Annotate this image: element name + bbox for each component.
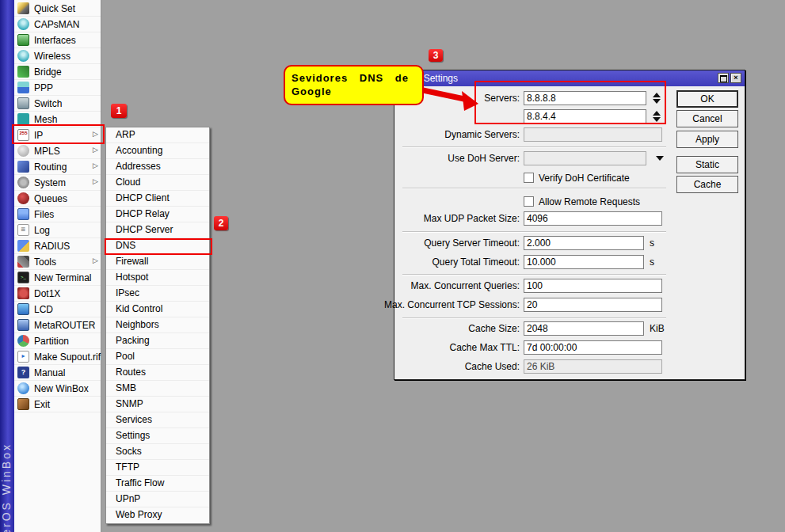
ip-submenu-item-label: DHCP Server — [116, 224, 173, 235]
close-window-icon[interactable]: × — [730, 73, 741, 83]
cache-size-unit: KiB — [650, 321, 665, 336]
sidebar-menu-item[interactable]: Switch — [14, 96, 101, 112]
ip-submenu-item[interactable]: Services — [106, 412, 209, 428]
sidebar-item-label: Quick Set — [34, 3, 75, 14]
ip-submenu-item-label: Traffic Flow — [116, 477, 164, 488]
max-udp-packet-size-input[interactable] — [524, 211, 662, 226]
queues-icon — [17, 192, 29, 204]
ip-submenu-item[interactable]: Pool — [106, 349, 209, 365]
ip-submenu-item[interactable]: Traffic Flow — [106, 476, 209, 492]
max-concurrent-tcp-sessions-label: Max. Concurrent TCP Sessions: — [363, 298, 520, 312]
ip-submenu-item[interactable]: Settings — [106, 428, 209, 444]
sidebar-menu-item[interactable]: New WinBox — [14, 381, 101, 397]
sidebar-menu-item[interactable]: Wireless — [14, 48, 101, 64]
query-server-timeout-label: Query Server Timeout: — [363, 236, 520, 250]
max-concurrent-tcp-sessions-input[interactable] — [524, 298, 662, 312]
sidebar-menu-item[interactable]: LCD — [14, 302, 101, 317]
restore-window-icon[interactable] — [718, 73, 729, 83]
sidebar-menu-item[interactable]: Interfaces — [14, 32, 101, 48]
ip-submenu-item-label: SNMP — [116, 398, 143, 409]
ok-button[interactable]: OK — [676, 90, 738, 108]
apply-button[interactable]: Apply — [676, 131, 738, 148]
ip-submenu-item[interactable]: Hotspot — [106, 270, 209, 286]
ip-submenu-item[interactable]: Accounting — [106, 143, 209, 159]
ip-submenu-item[interactable]: Web Proxy — [106, 507, 209, 523]
cache-button[interactable]: Cache — [676, 176, 738, 193]
verify-doh-certificate-label: Verify DoH Certificate — [539, 171, 630, 185]
max-concurrent-queries-input[interactable] — [524, 279, 662, 293]
sidebar-menu-item[interactable]: Files — [14, 207, 101, 222]
log-icon — [17, 224, 29, 236]
cancel-button[interactable]: Cancel — [676, 110, 738, 127]
ip-submenu-item[interactable]: Firewall — [106, 254, 209, 270]
sidebar-menu-item[interactable]: Bridge — [14, 64, 101, 80]
sidebar-menu-item[interactable]: Log — [14, 222, 101, 238]
ip-submenu-item-label: Routes — [116, 367, 146, 378]
cache-size-input[interactable] — [524, 321, 644, 336]
brand-vertical-text: RouterOS WinBox — [0, 443, 14, 532]
cache-max-ttl-input[interactable] — [524, 340, 662, 355]
ip-submenu-item-label: Accounting — [116, 145, 162, 156]
ip-submenu-item-label: DHCP Client — [116, 192, 170, 203]
sidebar-item-label: CAPsMAN — [34, 19, 79, 30]
ip-submenu-item[interactable]: UPnP — [106, 492, 209, 507]
sidebar-menu-item[interactable]: PPP — [14, 80, 101, 96]
ip-submenu-item[interactable]: SNMP — [106, 397, 209, 412]
sidebar-menu-item[interactable]: MetaROUTER — [14, 317, 101, 333]
doh-dropdown-caret-icon[interactable] — [656, 156, 664, 161]
ip-submenu-item[interactable]: Addresses — [106, 159, 209, 175]
sidebar-menu-item[interactable]: CAPsMAN — [14, 17, 101, 32]
submenu-chevron-icon: ▷ — [93, 146, 98, 154]
query-total-timeout-unit: s — [650, 255, 654, 269]
sidebar-menu-item[interactable]: Queues — [14, 191, 101, 207]
ip-submenu-item-label: Services — [116, 414, 152, 425]
allow-remote-requests-checkbox[interactable] — [524, 196, 534, 207]
sidebar-menu-item[interactable]: Tools ▷ — [14, 254, 101, 270]
sidebar-item-label: Mesh — [34, 114, 57, 125]
ip-submenu-item[interactable]: DHCP Client — [106, 191, 209, 207]
files-icon — [17, 208, 29, 220]
sidebar-menu-item[interactable]: System ▷ — [14, 175, 101, 191]
dot1x-icon — [17, 287, 29, 299]
verify-doh-certificate-checkbox[interactable] — [524, 173, 534, 183]
ip-submenu-item[interactable]: Packing — [106, 333, 209, 349]
wireless-icon — [17, 50, 29, 62]
ip-submenu-item[interactable]: SMB — [106, 381, 209, 397]
sidebar-item-label: New WinBox — [34, 383, 89, 394]
ip-submenu-item[interactable]: IPsec — [106, 286, 209, 302]
sidebar-menu-item[interactable]: New Terminal — [14, 270, 101, 286]
query-server-timeout-input[interactable] — [524, 236, 644, 250]
ip-submenu-item-label: Socks — [116, 446, 142, 457]
new-winbox-icon — [17, 382, 29, 394]
sidebar-menu-item[interactable]: Quick Set — [14, 1, 101, 17]
cache-used-value — [524, 359, 662, 374]
static-button[interactable]: Static — [676, 156, 738, 173]
ip-submenu-item[interactable]: DHCP Relay — [106, 207, 209, 222]
sidebar-menu-item[interactable]: Exit — [14, 397, 101, 412]
ip-submenu-item[interactable]: ARP — [106, 127, 209, 143]
query-total-timeout-input[interactable] — [524, 255, 644, 269]
highlight-box-dns — [105, 238, 212, 255]
sidebar-menu-item[interactable]: RADIUS — [14, 238, 101, 254]
ip-submenu-item-label: TFTP — [116, 462, 139, 473]
ip-submenu-item-label: SMB — [116, 382, 136, 393]
sidebar-menu-item[interactable]: MPLS ▷ — [14, 143, 101, 159]
highlight-box-ip — [12, 124, 105, 144]
ip-submenu-item[interactable]: Kid Control — [106, 302, 209, 317]
sidebar-menu-item[interactable]: Manual — [14, 365, 101, 381]
cache-size-label: Cache Size: — [363, 321, 520, 336]
sidebar-item-label: Dot1X — [34, 288, 60, 299]
ip-submenu-item[interactable]: TFTP — [106, 460, 209, 476]
sidebar-menu-item[interactable]: Dot1X — [14, 286, 101, 302]
ip-submenu-item[interactable]: DHCP Server — [106, 222, 209, 238]
ip-submenu-item[interactable]: Neighbors — [106, 317, 209, 333]
ip-submenu-item[interactable]: Routes — [106, 365, 209, 381]
sidebar-menu-item[interactable]: Make Supout.rif — [14, 349, 101, 365]
ip-submenu-item-label: Hotspot — [116, 272, 148, 283]
ip-submenu-item[interactable]: Socks — [106, 444, 209, 460]
ip-submenu-item[interactable]: Cloud — [106, 175, 209, 191]
ip-submenu-item-label: Cloud — [116, 177, 140, 188]
sidebar-menu-item[interactable]: Routing ▷ — [14, 159, 101, 175]
sidebar-menu-item[interactable]: Partition — [14, 333, 101, 349]
highlight-box-servers — [474, 81, 666, 124]
